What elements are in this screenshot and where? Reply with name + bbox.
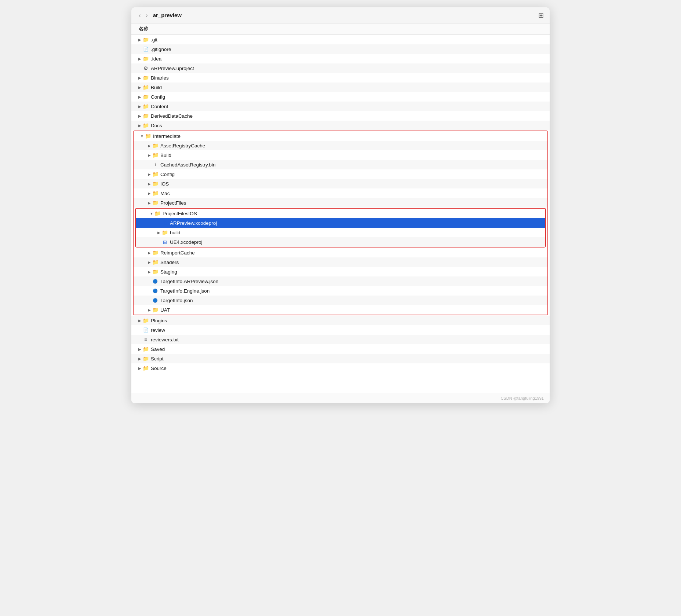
- folder-icon: 📁: [152, 171, 159, 177]
- list-item[interactable]: ▼ 📁 ProjectFilesIOS: [136, 209, 545, 218]
- list-item[interactable]: ▶ 📁 Content: [131, 102, 550, 111]
- json-icon: 🔵: [152, 278, 159, 285]
- folder-icon: 📁: [152, 307, 159, 313]
- chevron-icon: ▶: [137, 114, 142, 118]
- list-item[interactable]: ⚙ ARPreview.uproject: [131, 63, 550, 73]
- list-item[interactable]: ▶ 📁 DerivedDataCache: [131, 111, 550, 121]
- chevron-icon: ▶: [147, 144, 152, 148]
- file-name: Source: [151, 366, 550, 371]
- file-name: ARPreview.uproject: [151, 66, 550, 71]
- list-item[interactable]: 🔵 TargetInfo.Engine.json: [134, 286, 547, 296]
- file-name: Content: [151, 104, 550, 109]
- chevron-icon: ▶: [137, 85, 142, 89]
- chevron-icon: ▶: [147, 201, 152, 205]
- chevron-icon: ▶: [147, 308, 152, 312]
- file-list[interactable]: ▶ 📁 .git 📄 .gitignore ▶ 📁 .idea ⚙ ARPrev…: [131, 35, 550, 393]
- file-name: Build: [151, 85, 550, 90]
- back-button[interactable]: ‹: [137, 11, 142, 19]
- list-item[interactable]: ▼ 📁 Intermediate: [134, 131, 547, 141]
- chevron-icon: ▶: [137, 38, 142, 42]
- list-item[interactable]: ▶ 📁 Script: [131, 354, 550, 363]
- file-name: build: [170, 230, 545, 235]
- list-item[interactable]: ▶ 📁 Docs: [131, 121, 550, 130]
- list-item[interactable]: ▶ 📁 UAT: [134, 305, 547, 315]
- list-item[interactable]: ▶ 📁 Shaders: [134, 257, 547, 267]
- list-item[interactable]: ▶ 📁 Saved: [131, 344, 550, 354]
- folder-icon: 📁: [152, 249, 159, 256]
- file-name: .gitignore: [151, 47, 550, 52]
- file-name: Staging: [160, 269, 547, 275]
- file-name: ProjectFilesIOS: [163, 211, 545, 216]
- list-item[interactable]: ▶ 📁 Build: [134, 150, 547, 160]
- file-name: CachedAssetRegistry.bin: [160, 162, 547, 168]
- folder-icon: 📁: [142, 365, 149, 371]
- list-item[interactable]: ▶ 📁 Binaries: [131, 73, 550, 82]
- chevron-icon: ▶: [137, 347, 142, 351]
- folder-icon: 📁: [142, 55, 149, 62]
- file-icon: 📄: [142, 46, 149, 52]
- list-item[interactable]: ▶ 📁 .git: [131, 35, 550, 44]
- chevron-icon: ▶: [147, 270, 152, 274]
- footer: CSDN @tangfuling1991: [131, 393, 550, 403]
- list-item[interactable]: ℹ CachedAssetRegistry.bin: [134, 160, 547, 169]
- projectfilesios-outline: ▼ 📁 ProjectFilesIOS ⊞ ARPreview.xcodepro…: [135, 208, 546, 247]
- list-item[interactable]: ▶ 📁 ProjectFiles: [134, 198, 547, 208]
- forward-button[interactable]: ›: [144, 11, 149, 19]
- folder-icon: 📁: [152, 259, 159, 265]
- list-item[interactable]: ▶ 📁 ReimportCache: [134, 248, 547, 257]
- folder-icon: 📁: [142, 317, 149, 324]
- chevron-placeholder: [147, 289, 152, 293]
- list-item[interactable]: 🔵 TargetInfo.json: [134, 296, 547, 305]
- list-item[interactable]: 📄 .gitignore: [131, 44, 550, 54]
- uproject-icon: ⚙: [142, 65, 149, 72]
- folder-icon: 📁: [142, 122, 149, 129]
- list-item[interactable]: ▶ 📁 Build: [131, 82, 550, 92]
- folder-icon: 📁: [142, 74, 149, 81]
- txt-icon: ≡: [142, 336, 149, 343]
- file-name: TargetInfo.Engine.json: [160, 288, 547, 294]
- file-name: TargetInfo.ARPreview.json: [160, 279, 547, 284]
- chevron-placeholder: [137, 66, 142, 70]
- chevron-icon: ▶: [147, 260, 152, 264]
- folder-icon: 📁: [152, 142, 159, 149]
- folder-icon: 📁: [154, 210, 161, 217]
- list-item[interactable]: ⊞ UE4.xcodeproj: [136, 237, 545, 247]
- chevron-placeholder: [137, 338, 142, 342]
- list-item[interactable]: ▶ 📁 build: [136, 228, 545, 237]
- file-name: IOS: [160, 181, 547, 187]
- intermediate-outline: ▼ 📁 Intermediate ▶ 📁 AssetRegistryCache …: [133, 131, 548, 315]
- list-item[interactable]: ▶ 📁 Source: [131, 363, 550, 373]
- file-name: Docs: [151, 123, 550, 128]
- list-item[interactable]: ▶ 📁 Config: [131, 92, 550, 102]
- chevron-placeholder: [156, 240, 161, 244]
- list-item[interactable]: 📄 review: [131, 325, 550, 335]
- chevron-placeholder: [137, 328, 142, 332]
- file-name: AssetRegistryCache: [160, 143, 547, 148]
- list-item[interactable]: 🔵 TargetInfo.ARPreview.json: [134, 276, 547, 286]
- list-item[interactable]: ▶ 📁 Staging: [134, 267, 547, 276]
- folder-icon: 📁: [142, 84, 149, 91]
- list-item[interactable]: ⊞ ARPreview.xcodeproj: [136, 218, 545, 228]
- grid-view-icon[interactable]: ⊞: [538, 11, 544, 19]
- window-title: ar_preview: [153, 12, 535, 18]
- bin-icon: ℹ: [152, 161, 159, 168]
- json-icon: 🔵: [152, 297, 159, 304]
- list-item[interactable]: ≡ reviewers.txt: [131, 335, 550, 344]
- list-item[interactable]: ▶ 📁 .idea: [131, 54, 550, 63]
- chevron-placeholder: [137, 47, 142, 51]
- list-item[interactable]: ▶ 📁 Mac: [134, 188, 547, 198]
- chevron-icon: ▶: [137, 95, 142, 99]
- list-item[interactable]: ▶ 📁 AssetRegistryCache: [134, 141, 547, 150]
- list-item[interactable]: ▶ 📁 Config: [134, 169, 547, 179]
- folder-icon: 📁: [161, 229, 168, 236]
- xcode-icon: ⊞: [161, 239, 168, 245]
- file-name: Saved: [151, 346, 550, 352]
- file-name: Intermediate: [153, 133, 547, 139]
- list-item[interactable]: ▶ 📁 Plugins: [131, 316, 550, 325]
- xcode-icon: ⊞: [161, 220, 168, 226]
- nav-buttons: ‹ ›: [137, 11, 149, 19]
- list-item[interactable]: ▶ 📁 IOS: [134, 179, 547, 188]
- chevron-placeholder: [147, 298, 152, 302]
- file-name: reviewers.txt: [151, 337, 550, 342]
- chevron-icon: ▶: [147, 182, 152, 186]
